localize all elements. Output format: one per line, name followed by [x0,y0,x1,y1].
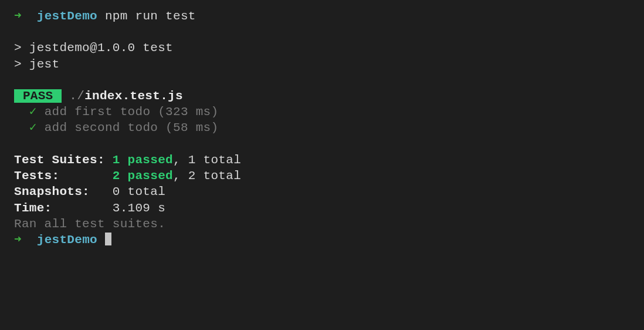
summary-passed: 1 passed [113,153,173,167]
npm-output-line: > jestdemo@1.0.0 test [14,40,630,56]
prompt-arrow-icon: ➜ [14,9,22,23]
npm-output-line: > jest [14,56,630,72]
test-result-row: ✓ add second todo (58 ms) [14,120,630,136]
summary-time: Time: 3.109 s [14,200,630,216]
test-file: index.test.js [84,89,183,103]
summary-snapshots: Snapshots: 0 total [14,184,630,200]
test-name: add second todo (58 ms) [37,121,219,134]
prompt-line-2[interactable]: ➜ jestDemo [14,232,630,248]
summary-suites: Test Suites: 1 passed, 1 total [14,152,630,168]
summary-footer: Ran all test suites. [14,216,630,232]
blank-line [14,72,630,88]
typed-command: npm run test [105,9,196,23]
pass-badge: PASS [14,89,62,103]
summary-tests: Tests: 2 passed, 2 total [14,168,630,184]
prompt-arrow-icon: ➜ [14,233,22,247]
path-prefix: ./ [62,89,84,103]
summary-total: , 2 total [173,169,241,183]
summary-label: Time: [14,201,113,215]
summary-value: 0 total [113,185,165,198]
jest-pass-line: PASS ./index.test.js [14,88,630,104]
cwd-name: jestDemo [37,233,97,247]
blank-line [14,24,630,40]
summary-total: , 1 total [173,153,241,167]
cursor-icon [105,233,111,245]
summary-passed: 2 passed [113,169,173,183]
check-icon: ✓ [29,121,37,134]
prompt-line-1[interactable]: ➜ jestDemo npm run test [14,8,630,24]
test-result-row: ✓ add first todo (323 ms) [14,104,630,120]
blank-line [14,136,630,152]
summary-label: Test Suites: [14,153,113,167]
cwd-name: jestDemo [37,9,97,23]
check-icon: ✓ [29,105,37,119]
summary-label: Tests: [14,169,113,183]
test-name: add first todo (323 ms) [37,105,219,119]
summary-label: Snapshots: [14,185,113,198]
summary-value: 3.109 s [113,201,165,215]
